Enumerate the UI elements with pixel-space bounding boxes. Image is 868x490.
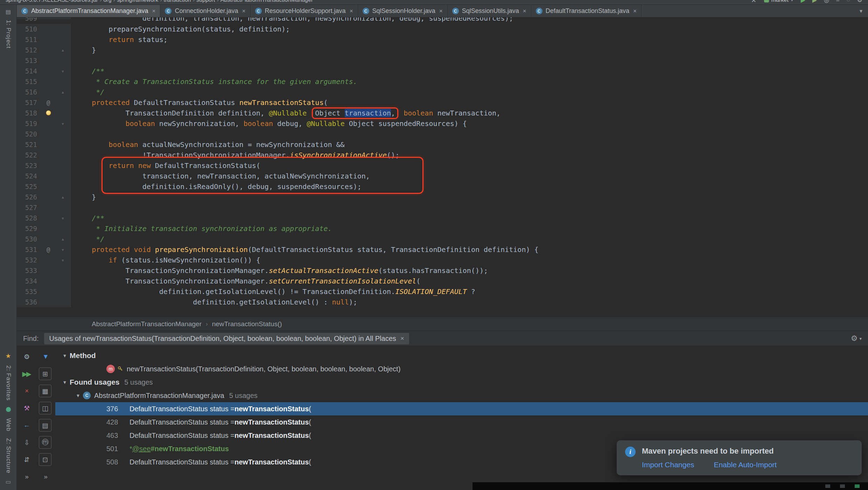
fold-marker-icon[interactable]: ▿ (55, 118, 71, 129)
code-line[interactable]: 518 TransactionDefinition definition, @N… (17, 108, 868, 118)
editor-tab[interactable]: CSqlSessionUtils.java× (448, 5, 531, 17)
sidebar-item-project[interactable]: 1: Project (5, 20, 12, 49)
search-everywhere-icon[interactable]: ◌ (847, 0, 850, 4)
settings-icon[interactable]: ⚙ (857, 0, 862, 4)
fold-marker-icon[interactable]: ▿ (55, 66, 71, 76)
code-line[interactable]: 524 transaction, newTransaction, actualN… (17, 171, 868, 181)
code-line[interactable]: 533 TransactionSynchronizationManager.se… (17, 265, 868, 276)
coverage-icon[interactable]: ◎ (824, 0, 829, 4)
toolbar-path-item[interactable]: org (103, 0, 111, 3)
fold-marker-icon[interactable]: ▵ (55, 192, 71, 202)
tree-row-usage[interactable]: 376DefaultTransactionStatus status = new… (55, 402, 868, 415)
expand-arrow-icon[interactable]: ▼ (60, 380, 70, 385)
code-line[interactable]: 516▵ */ (17, 87, 868, 97)
code-line[interactable]: 511 return status; (17, 34, 868, 45)
filter-usages-icon[interactable]: ▼ (39, 350, 51, 363)
toolbar-path-item[interactable]: springframework (117, 0, 158, 3)
code-line[interactable]: 536 definition.getIsolationLevel() : nul… (17, 297, 868, 307)
group-by-usage-type-icon[interactable]: ⊞ (39, 368, 51, 380)
more-options-icon[interactable]: » (39, 470, 51, 483)
sidebar-item-structure[interactable]: Z: Structure (5, 438, 12, 474)
hidden-tabs-dropdown-icon[interactable]: ▾ (854, 8, 868, 14)
editor-tab[interactable]: CConnectionHolder.java× (160, 5, 250, 17)
open-find-settings-icon[interactable]: ⚒ (20, 402, 33, 414)
close-search-icon[interactable]: × (20, 385, 33, 397)
code-line[interactable]: 521 boolean actualNewSynchronization = n… (17, 139, 868, 150)
preview-usages-icon[interactable]: ◫ (39, 402, 51, 414)
toolbar-path-item[interactable]: support (196, 0, 215, 3)
enable-auto-import-link[interactable]: Enable Auto-Import (714, 461, 777, 469)
run-config-selector[interactable]: market ▾ (764, 0, 793, 3)
group-by-package-icon[interactable]: ⊡ (39, 453, 51, 466)
expand-arrow-icon[interactable]: ▼ (60, 353, 70, 358)
intention-bulb-icon[interactable] (46, 110, 51, 115)
code-line[interactable]: 520 (17, 129, 868, 139)
rerun-search-icon[interactable]: ▶▶ (20, 368, 33, 380)
dock-icon[interactable] (840, 484, 845, 488)
code-line[interactable]: 515 * Create a TransactionStatus instanc… (17, 76, 868, 87)
code-line[interactable]: 534 TransactionSynchronizationManager.se… (17, 276, 868, 286)
group-by-module-icon[interactable]: ▦ (39, 385, 51, 397)
tab-close-icon[interactable]: × (439, 8, 443, 15)
find-query-tab[interactable]: Usages of newTransactionStatus(Transacti… (44, 333, 409, 344)
code-line[interactable]: 527 (17, 202, 868, 213)
code-line[interactable]: 529 * Initialize transaction synchroniza… (17, 223, 868, 234)
code-line[interactable]: 522 !TransactionSynchronizationManager.i… (17, 150, 868, 160)
code-line[interactable]: 531@▿ protected void prepareSynchronizat… (17, 244, 868, 255)
tree-row-file[interactable]: ▼CAbstractPlatformTransactionManager.jav… (55, 389, 868, 402)
code-line[interactable]: 513 (17, 55, 868, 66)
run-icon[interactable]: ▶ (801, 0, 805, 4)
fold-marker-icon[interactable]: ▿ (55, 213, 71, 223)
sidebar-item-web[interactable]: Web (5, 418, 12, 432)
code-line[interactable]: 525 definition.isReadOnly(), debug, susp… (17, 181, 868, 192)
code-line[interactable]: 530▵ */ (17, 234, 868, 244)
dock-icon[interactable] (825, 484, 830, 488)
build-hammer-icon[interactable]: ⚒ (751, 0, 756, 4)
code-line[interactable]: 526▵ } (17, 192, 868, 202)
fold-marker-icon[interactable]: ▿ (55, 244, 71, 255)
search-settings-icon[interactable]: ⚙ (20, 350, 33, 363)
tree-row-group[interactable]: ▼Method (55, 349, 868, 362)
group-by-file-icon[interactable]: ▤ (39, 419, 51, 432)
previous-occurrence-icon[interactable]: ← (20, 419, 33, 432)
see-link[interactable]: @see (132, 445, 151, 453)
tab-close-icon[interactable]: × (350, 8, 353, 15)
code-line[interactable]: 517@ protected DefaultTransactionStatus … (17, 97, 868, 108)
tool-window-icon[interactable]: ▤ (6, 8, 11, 15)
tree-row-group[interactable]: ▼Found usages5 usages (55, 376, 868, 389)
expand-arrow-icon[interactable]: ▼ (73, 393, 83, 398)
tab-close-icon[interactable]: × (152, 8, 156, 15)
editor[interactable]: 509 definition, transaction, newTransact… (17, 18, 868, 317)
code-line[interactable]: 523 return new DefaultTransactionStatus( (17, 160, 868, 171)
code-line[interactable]: 514▿ /** (17, 66, 868, 76)
toolbar-path-item[interactable]: spring-tx-5.0.7.RELEASE-sources.jar (6, 0, 98, 3)
code-line[interactable]: 509 definition, transaction, newTransact… (17, 18, 868, 24)
close-icon[interactable]: × (400, 335, 404, 342)
editor-tab[interactable]: CResourceHolderSupport.java× (251, 5, 358, 17)
toolbar-path-item[interactable]: AbstractPlatformTransactionManager (220, 0, 313, 3)
editor-tab[interactable]: CAbstractPlatformTransactionManager.java… (17, 5, 160, 17)
code-line[interactable]: 528▿ /** (17, 213, 868, 223)
profiler-icon[interactable]: ≡ (836, 0, 840, 4)
find-settings[interactable]: ⚙ ▾ (851, 334, 862, 343)
fold-marker-icon[interactable]: ▵ (55, 234, 71, 244)
debug-icon[interactable]: ▶ (812, 0, 817, 4)
code-line[interactable]: 535 definition.getIsolationLevel() != Tr… (17, 286, 868, 297)
fold-marker-icon[interactable]: ▵ (55, 87, 71, 97)
tab-close-icon[interactable]: × (523, 8, 526, 15)
fold-marker-icon[interactable]: ▿ (55, 255, 71, 265)
more-actions-icon[interactable]: » (20, 470, 33, 483)
bottom-tool-icon[interactable]: ▭ (6, 478, 11, 485)
editor-tab[interactable]: CDefaultTransactionStatus.java× (531, 5, 642, 17)
code-line[interactable]: 510 prepareSynchronization(status, defin… (17, 24, 868, 34)
tab-close-icon[interactable]: × (633, 8, 637, 15)
code-line[interactable]: 519▿ boolean newSynchronization, boolean… (17, 118, 868, 129)
dock-icon[interactable] (855, 484, 860, 488)
code-line[interactable]: 532▿ if (status.isNewSynchronization()) … (17, 255, 868, 265)
tree-row-usage[interactable]: 428DefaultTransactionStatus status = new… (55, 415, 868, 429)
export-results-icon[interactable]: ⇵ (20, 453, 33, 466)
next-occurrence-icon[interactable]: ⇩ (20, 436, 33, 449)
tree-row-method[interactable]: mnewTransactionStatus(TransactionDefinit… (55, 362, 868, 376)
editor-tab[interactable]: CSqlSessionHolder.java× (358, 5, 448, 17)
breadcrumb-method[interactable]: newTransactionStatus() (212, 320, 282, 328)
